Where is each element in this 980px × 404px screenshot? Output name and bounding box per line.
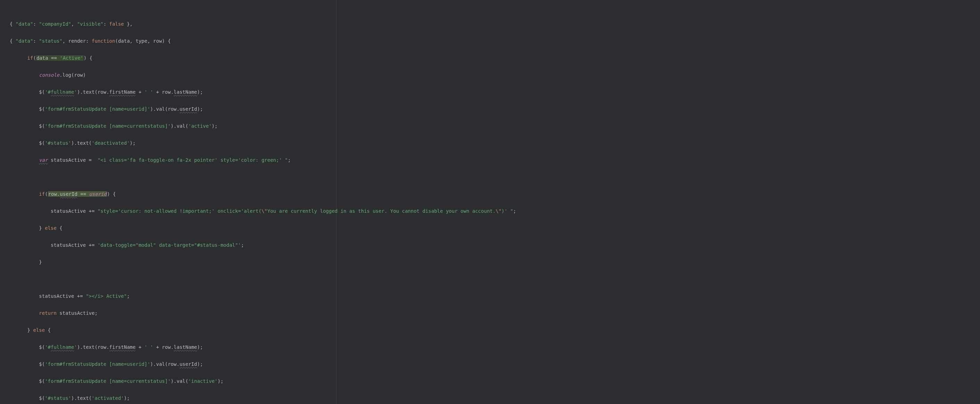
jquery-open: $( bbox=[39, 378, 45, 384]
keyword-else: else bbox=[45, 225, 57, 231]
log-call: .log(row) bbox=[59, 72, 86, 78]
string-deactivated: 'deactivated' bbox=[92, 140, 130, 146]
escape: \" bbox=[261, 208, 267, 214]
prop-userid: userId bbox=[180, 361, 197, 367]
property-render: render bbox=[68, 38, 86, 44]
code-line: } else { bbox=[10, 326, 980, 334]
semi: ); bbox=[212, 123, 218, 129]
jquery-open: $( bbox=[39, 123, 45, 129]
code-line: statusActive += "style='cursor: not-allo… bbox=[10, 207, 980, 215]
string-active: 'Active' bbox=[60, 55, 83, 61]
indent bbox=[10, 225, 39, 231]
code-line: } else { bbox=[10, 224, 980, 233]
keyword-return: return bbox=[39, 310, 57, 316]
code-line: console.log(row) bbox=[10, 71, 980, 79]
console-ident: console bbox=[39, 72, 59, 78]
brace-open: { bbox=[45, 327, 51, 333]
plus: + row. bbox=[153, 344, 173, 350]
plus: + bbox=[135, 344, 144, 350]
semi: ); bbox=[130, 140, 136, 146]
code-line bbox=[10, 173, 980, 182]
prop-firstname: firstName bbox=[110, 344, 136, 350]
keyword-function: function bbox=[92, 38, 115, 44]
assign: statusActive += bbox=[51, 208, 98, 214]
indent bbox=[10, 208, 51, 214]
brace-close: } bbox=[39, 259, 42, 265]
prop-lastname: lastName bbox=[173, 89, 197, 95]
condition-left: data == bbox=[37, 55, 60, 61]
jquery-open: $( bbox=[39, 395, 45, 401]
indent bbox=[10, 327, 27, 333]
semi: ; bbox=[127, 293, 129, 299]
string-active: 'active' bbox=[188, 123, 212, 129]
string-part: ' bbox=[74, 89, 77, 95]
paren-open: ( bbox=[45, 191, 48, 197]
keyword-else: else bbox=[33, 327, 45, 333]
brace-open: { bbox=[10, 21, 16, 27]
semi: ; bbox=[288, 157, 291, 163]
comma: , bbox=[62, 38, 68, 44]
colon: : bbox=[33, 38, 39, 44]
indent bbox=[10, 259, 39, 265]
indent bbox=[10, 310, 39, 316]
indent bbox=[10, 395, 39, 401]
keyword-var: var bbox=[39, 157, 48, 163]
jquery-open: $( bbox=[39, 361, 45, 367]
selector-userid: 'form#frmStatusUpdate [name=userid]' bbox=[45, 361, 150, 367]
assign: statusActive += bbox=[51, 242, 98, 248]
string-literal: "companyId" bbox=[39, 21, 71, 27]
indent bbox=[10, 242, 51, 248]
indent bbox=[10, 293, 39, 299]
text-call: ).text(row. bbox=[77, 344, 110, 350]
code-line: statusActive += "></i> Active"; bbox=[10, 292, 980, 301]
indent bbox=[10, 157, 39, 163]
prop-userid: userId bbox=[180, 106, 197, 112]
selector-status: '#status' bbox=[45, 395, 71, 401]
params: (data, type, row) { bbox=[115, 38, 170, 44]
semi: ); bbox=[124, 395, 130, 401]
semi: ); bbox=[197, 106, 203, 112]
indent bbox=[10, 191, 39, 197]
indent bbox=[10, 344, 39, 350]
string-part: )' " bbox=[501, 208, 513, 214]
brace-close: } bbox=[27, 327, 33, 333]
alert-text: You are currently logged in as this user… bbox=[267, 208, 496, 214]
indent bbox=[10, 140, 39, 146]
string-icon-html: "<i class='fa fa-toggle-on fa-2x pointer… bbox=[98, 157, 288, 163]
code-line: $('form#frmStatusUpdate [name=userid]').… bbox=[10, 360, 980, 369]
code-line bbox=[10, 275, 980, 284]
string-activated: 'activated' bbox=[92, 395, 124, 401]
json-key: "data" bbox=[16, 38, 33, 44]
indent bbox=[10, 378, 39, 384]
keyword-if: if bbox=[39, 191, 45, 197]
semi: ); bbox=[197, 344, 203, 350]
return-val: statusActive; bbox=[57, 310, 98, 316]
plus: + row. bbox=[153, 89, 173, 95]
code-line: } bbox=[10, 258, 980, 266]
indent bbox=[10, 123, 39, 129]
string-modal-attrs: 'data-toggle="modal" data-target="#statu… bbox=[98, 242, 241, 248]
eq-op: == bbox=[78, 191, 89, 197]
code-editor[interactable]: { "data": "companyId", "visible": false … bbox=[0, 0, 980, 404]
text-call: ).text( bbox=[71, 140, 92, 146]
string-part: '# bbox=[45, 344, 51, 350]
text-call: ).text(row. bbox=[77, 89, 110, 95]
semi: ); bbox=[197, 361, 203, 367]
code-line: statusActive += 'data-toggle="modal" dat… bbox=[10, 241, 980, 250]
colon: : bbox=[33, 21, 39, 27]
brace-open: { bbox=[10, 38, 16, 44]
code-line: if(row.userId == userid) { bbox=[10, 190, 980, 198]
val-call: ).val( bbox=[171, 123, 189, 129]
indent bbox=[10, 89, 39, 95]
code-line: $('form#frmStatusUpdate [name=currentsta… bbox=[10, 377, 980, 386]
string-space: ' ' bbox=[145, 89, 153, 95]
prop-lastname: lastName bbox=[173, 344, 197, 350]
escape: \" bbox=[496, 208, 501, 214]
var-userid: userid bbox=[89, 191, 107, 197]
assign: statusActive += bbox=[39, 293, 86, 299]
selector-userid: 'form#frmStatusUpdate [name=userid]' bbox=[45, 106, 150, 112]
semi: ; bbox=[241, 242, 244, 248]
indent bbox=[10, 106, 39, 112]
prop-firstname: firstName bbox=[110, 89, 136, 95]
text-call: ).text( bbox=[71, 395, 92, 401]
